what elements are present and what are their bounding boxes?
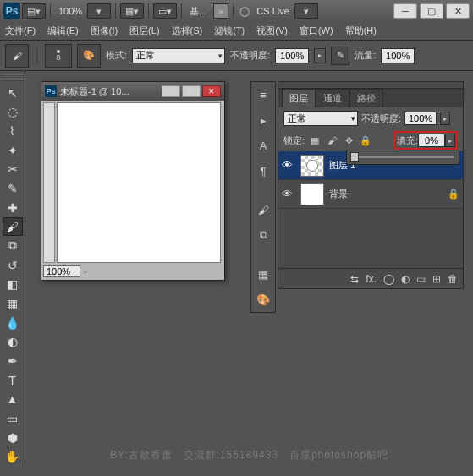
mode-label: 模式: (106, 49, 127, 62)
fill-slider-popup[interactable] (346, 150, 459, 165)
fill-slider-thumb[interactable] (350, 152, 359, 162)
paragraph-panel-icon[interactable]: ¶ (254, 161, 272, 180)
panel-grip[interactable] (278, 82, 463, 89)
crop-tool[interactable]: ✂ (3, 161, 23, 179)
doc-maximize-button[interactable]: ▢ (182, 85, 201, 97)
menu-edit[interactable]: 编辑(E) (47, 25, 79, 37)
doc-minimize-button[interactable]: ─ (162, 85, 180, 97)
eyedropper-tool[interactable]: ✎ (3, 179, 23, 198)
brush-preset-picker[interactable]: 8 (45, 44, 72, 68)
type-tool[interactable]: T (3, 371, 23, 390)
expand-button[interactable]: » (213, 3, 228, 19)
fill-slider-track[interactable] (352, 156, 454, 158)
lock-transparency-icon[interactable]: ▦ (308, 134, 322, 147)
history-brush-tool[interactable]: ↺ (3, 256, 23, 275)
menu-window[interactable]: 窗口(W) (300, 25, 333, 37)
arrange-dropdown[interactable]: ▦▾ (120, 3, 144, 19)
doc-info-icon[interactable]: ▸ (84, 267, 88, 276)
brushes-panel-icon[interactable]: 🖌 (254, 200, 272, 219)
layer-opacity-arrow[interactable]: ▸ (440, 112, 450, 125)
cslive-label[interactable]: CS Live (253, 6, 293, 16)
layer-opacity-input[interactable]: 100% (404, 112, 437, 125)
link-layers-icon[interactable]: ⇆ (350, 273, 359, 285)
lasso-tool[interactable]: ⌇ (3, 122, 23, 140)
tool-preset-icon[interactable]: 🖌 (5, 44, 29, 68)
group-icon[interactable]: ▭ (416, 273, 426, 285)
3d-tool[interactable]: ⬢ (3, 429, 23, 447)
clone-panel-icon[interactable]: ⧉ (254, 226, 272, 244)
maximize-button[interactable]: ▢ (420, 3, 443, 19)
swatches-panel-icon[interactable]: ▦ (254, 265, 272, 283)
path-select-tool[interactable]: ▲ (3, 390, 23, 408)
screen-mode-dropdown[interactable]: ▭▾ (153, 3, 177, 19)
lock-icon: 🔒 (448, 189, 459, 200)
lock-pixels-icon[interactable]: 🖌 (325, 134, 338, 147)
minimize-button[interactable]: ─ (393, 3, 417, 19)
lock-all-icon[interactable]: 🔒 (359, 134, 372, 147)
bridge-dropdown[interactable]: ▤▾ (22, 3, 46, 19)
properties-panel-icon[interactable]: A (254, 136, 272, 155)
doc-close-button[interactable]: ✕ (202, 85, 221, 97)
layer-thumbnail[interactable] (300, 155, 324, 177)
workspace-label[interactable]: 基... (186, 5, 210, 18)
tab-layers[interactable]: 图层 (282, 89, 316, 107)
canvas[interactable] (57, 102, 221, 263)
actions-panel-icon[interactable]: ▸ (254, 111, 272, 129)
doc-zoom-input[interactable]: 100% (43, 265, 80, 277)
layer-name[interactable]: 背景 (329, 188, 348, 200)
delete-layer-icon[interactable]: 🗑 (448, 273, 458, 285)
brush-panel-toggle[interactable]: 🎨 (77, 44, 101, 68)
layer-style-icon[interactable]: fx. (366, 273, 377, 285)
shape-tool[interactable]: ▭ (3, 409, 23, 428)
menu-image[interactable]: 图像(I) (91, 25, 118, 37)
layer-item[interactable]: 👁 背景 🔒 (278, 180, 463, 209)
tablet-opacity-icon[interactable]: ✎ (331, 47, 349, 65)
toolbox-grip[interactable] (2, 74, 24, 81)
stamp-tool[interactable]: ⧉ (3, 237, 23, 255)
brush-tool[interactable]: 🖌 (3, 217, 23, 236)
opacity-slider-button[interactable]: ▸ (314, 48, 326, 63)
move-tool[interactable]: ↖ (3, 84, 23, 102)
layer-blend-select[interactable]: 正常 (283, 111, 358, 126)
fill-input[interactable]: 0% (418, 134, 445, 147)
blur-tool[interactable]: 💧 (3, 314, 23, 332)
fill-arrow[interactable]: ▸ (445, 134, 455, 147)
menu-view[interactable]: 视图(V) (256, 25, 288, 37)
new-layer-icon[interactable]: ⊞ (432, 273, 441, 285)
styles-panel-icon[interactable]: 🎨 (254, 290, 272, 309)
document-titlebar[interactable]: Ps 未标题-1 @ 10... ─ ▢ ✕ (41, 82, 224, 101)
marquee-tool[interactable]: ◌ (3, 103, 23, 122)
document-statusbar: 100% ▸ (43, 265, 88, 278)
visibility-icon[interactable]: 👁 (282, 159, 295, 172)
document-title: 未标题-1 @ 10... (60, 85, 129, 98)
zoom-display[interactable]: 100% (55, 6, 85, 16)
tab-channels[interactable]: 通道 (316, 89, 349, 107)
flow-input[interactable]: 100% (381, 48, 415, 63)
hand-tool[interactable]: ✋ (3, 447, 23, 466)
close-button[interactable]: ✕ (446, 3, 470, 19)
visibility-icon[interactable]: 👁 (282, 188, 295, 200)
history-panel-icon[interactable]: ≡ (254, 85, 272, 104)
layer-thumbnail[interactable] (300, 183, 324, 205)
eraser-tool[interactable]: ◧ (3, 275, 23, 293)
quick-select-tool[interactable]: ✦ (3, 141, 23, 160)
pen-tool[interactable]: ✒ (3, 352, 23, 370)
blend-mode-select[interactable]: 正常 (132, 48, 225, 63)
menu-help[interactable]: 帮助(H) (345, 25, 377, 37)
dodge-tool[interactable]: ◐ (3, 332, 23, 351)
panel-tabs: 图层 通道 路径 (278, 89, 463, 107)
toolbox: ↖ ◌ ⌇ ✦ ✂ ✎ ✚ 🖌 ⧉ ↺ ◧ ▦ 💧 ◐ ✒ T ▲ ▭ ⬢ ✋ (0, 71, 25, 466)
layer-mask-icon[interactable]: ◯ (383, 273, 394, 285)
adjustment-layer-icon[interactable]: ◐ (401, 273, 410, 285)
menu-select[interactable]: 选择(S) (172, 25, 203, 37)
menu-layer[interactable]: 图层(L) (129, 25, 159, 37)
tab-paths[interactable]: 路径 (349, 89, 383, 107)
menu-filter[interactable]: 滤镜(T) (214, 25, 245, 37)
gradient-tool[interactable]: ▦ (3, 294, 23, 313)
lock-position-icon[interactable]: ✥ (342, 134, 355, 147)
healing-tool[interactable]: ✚ (3, 199, 23, 217)
opacity-input[interactable]: 100% (275, 48, 309, 63)
zoom-dropdown[interactable]: ▾ (87, 3, 111, 19)
menu-file[interactable]: 文件(F) (5, 25, 36, 37)
cslive-dropdown[interactable]: ▾ (294, 3, 318, 19)
